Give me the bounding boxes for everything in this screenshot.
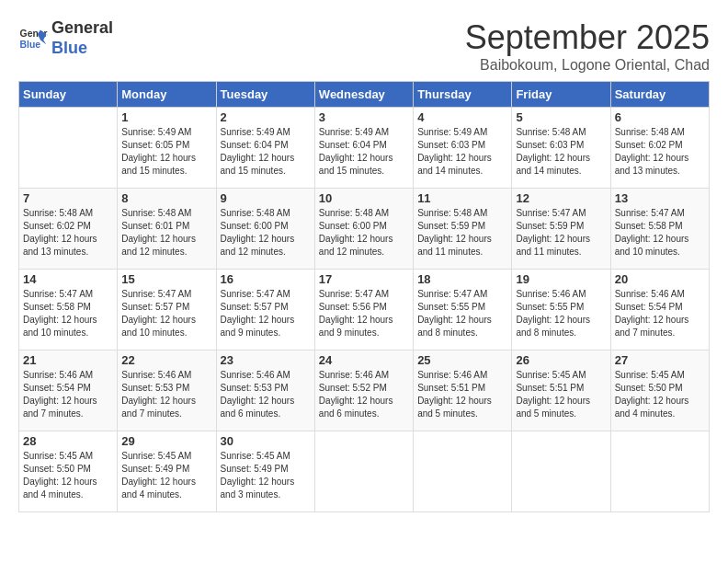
calendar-cell: 6Sunrise: 5:48 AM Sunset: 6:02 PM Daylig… <box>610 108 709 189</box>
calendar-cell: 8Sunrise: 5:48 AM Sunset: 6:01 PM Daylig… <box>118 189 216 270</box>
svg-text:Blue: Blue <box>20 39 41 49</box>
day-number: 2 <box>221 110 311 124</box>
calendar-day-header: Wednesday <box>314 82 413 108</box>
day-number: 15 <box>121 272 211 286</box>
calendar-cell: 28Sunrise: 5:45 AM Sunset: 5:50 PM Dayli… <box>19 431 118 512</box>
calendar-cell: 26Sunrise: 5:45 AM Sunset: 5:51 PM Dayli… <box>512 350 610 431</box>
cell-content: Sunrise: 5:49 AM Sunset: 6:03 PM Dayligh… <box>417 126 507 178</box>
cell-content: Sunrise: 5:49 AM Sunset: 6:05 PM Dayligh… <box>121 126 211 178</box>
day-number: 18 <box>417 272 507 286</box>
calendar-cell: 7Sunrise: 5:48 AM Sunset: 6:02 PM Daylig… <box>19 189 118 270</box>
cell-content: Sunrise: 5:48 AM Sunset: 6:03 PM Dayligh… <box>516 126 606 178</box>
calendar-cell: 29Sunrise: 5:45 AM Sunset: 5:49 PM Dayli… <box>118 431 216 512</box>
day-number: 22 <box>121 353 211 367</box>
day-number: 8 <box>121 191 211 205</box>
cell-content: Sunrise: 5:46 AM Sunset: 5:52 PM Dayligh… <box>319 369 409 420</box>
day-number: 1 <box>121 110 211 124</box>
day-number: 30 <box>221 434 311 448</box>
day-number: 5 <box>516 110 606 124</box>
cell-content: Sunrise: 5:47 AM Sunset: 5:57 PM Dayligh… <box>121 288 211 339</box>
calendar-cell: 27Sunrise: 5:45 AM Sunset: 5:50 PM Dayli… <box>610 350 709 431</box>
day-number: 16 <box>221 272 311 286</box>
day-number: 12 <box>516 191 606 205</box>
cell-content: Sunrise: 5:47 AM Sunset: 5:57 PM Dayligh… <box>221 288 311 339</box>
calendar-table: SundayMondayTuesdayWednesdayThursdayFrid… <box>18 81 710 512</box>
cell-content: Sunrise: 5:46 AM Sunset: 5:55 PM Dayligh… <box>516 288 606 339</box>
cell-content: Sunrise: 5:47 AM Sunset: 5:55 PM Dayligh… <box>417 288 507 339</box>
logo-text: General Blue <box>51 18 113 58</box>
calendar-cell: 17Sunrise: 5:47 AM Sunset: 5:56 PM Dayli… <box>314 270 413 350</box>
cell-content: Sunrise: 5:48 AM Sunset: 6:00 PM Dayligh… <box>319 207 409 259</box>
day-number: 3 <box>319 110 409 124</box>
day-number: 14 <box>23 272 113 286</box>
calendar-cell <box>512 431 610 512</box>
calendar-cell: 2Sunrise: 5:49 AM Sunset: 6:04 PM Daylig… <box>216 108 314 189</box>
day-number: 20 <box>615 272 705 286</box>
page-header: General Blue General Blue September 2025… <box>18 18 710 74</box>
cell-content: Sunrise: 5:49 AM Sunset: 6:04 PM Dayligh… <box>221 126 311 178</box>
day-number: 23 <box>221 353 311 367</box>
calendar-cell: 19Sunrise: 5:46 AM Sunset: 5:55 PM Dayli… <box>512 270 610 350</box>
calendar-week-row: 28Sunrise: 5:45 AM Sunset: 5:50 PM Dayli… <box>19 431 710 512</box>
cell-content: Sunrise: 5:46 AM Sunset: 5:53 PM Dayligh… <box>221 369 311 420</box>
calendar-cell: 5Sunrise: 5:48 AM Sunset: 6:03 PM Daylig… <box>512 108 610 189</box>
calendar-cell: 13Sunrise: 5:47 AM Sunset: 5:58 PM Dayli… <box>610 189 709 270</box>
day-number: 25 <box>417 353 507 367</box>
calendar-cell: 18Sunrise: 5:47 AM Sunset: 5:55 PM Dayli… <box>414 270 512 350</box>
cell-content: Sunrise: 5:46 AM Sunset: 5:53 PM Dayligh… <box>121 369 211 420</box>
calendar-cell <box>414 431 512 512</box>
calendar-cell: 4Sunrise: 5:49 AM Sunset: 6:03 PM Daylig… <box>414 108 512 189</box>
cell-content: Sunrise: 5:47 AM Sunset: 5:56 PM Dayligh… <box>319 288 409 339</box>
calendar-week-row: 7Sunrise: 5:48 AM Sunset: 6:02 PM Daylig… <box>19 189 710 270</box>
day-number: 4 <box>417 110 507 124</box>
calendar-week-row: 14Sunrise: 5:47 AM Sunset: 5:58 PM Dayli… <box>19 270 710 350</box>
calendar-cell: 10Sunrise: 5:48 AM Sunset: 6:00 PM Dayli… <box>314 189 413 270</box>
calendar-cell <box>610 431 709 512</box>
day-number: 13 <box>615 191 705 205</box>
calendar-cell <box>19 108 118 189</box>
day-number: 9 <box>221 191 311 205</box>
cell-content: Sunrise: 5:45 AM Sunset: 5:51 PM Dayligh… <box>516 369 606 420</box>
month-title: September 2025 <box>465 18 710 57</box>
day-number: 6 <box>615 110 705 124</box>
day-number: 11 <box>417 191 507 205</box>
calendar-week-row: 21Sunrise: 5:46 AM Sunset: 5:54 PM Dayli… <box>19 350 710 431</box>
day-number: 10 <box>319 191 409 205</box>
logo-icon: General Blue <box>18 24 48 53</box>
calendar-body: 1Sunrise: 5:49 AM Sunset: 6:05 PM Daylig… <box>19 108 710 512</box>
cell-content: Sunrise: 5:45 AM Sunset: 5:49 PM Dayligh… <box>221 450 311 501</box>
day-number: 27 <box>615 353 705 367</box>
calendar-cell: 30Sunrise: 5:45 AM Sunset: 5:49 PM Dayli… <box>216 431 314 512</box>
calendar-week-row: 1Sunrise: 5:49 AM Sunset: 6:05 PM Daylig… <box>19 108 710 189</box>
calendar-day-header: Monday <box>118 82 216 108</box>
cell-content: Sunrise: 5:48 AM Sunset: 6:01 PM Dayligh… <box>121 207 211 259</box>
day-number: 19 <box>516 272 606 286</box>
calendar-cell: 11Sunrise: 5:48 AM Sunset: 5:59 PM Dayli… <box>414 189 512 270</box>
calendar-header-row: SundayMondayTuesdayWednesdayThursdayFrid… <box>19 82 710 108</box>
day-number: 21 <box>23 353 113 367</box>
cell-content: Sunrise: 5:45 AM Sunset: 5:50 PM Dayligh… <box>23 450 113 501</box>
calendar-cell: 24Sunrise: 5:46 AM Sunset: 5:52 PM Dayli… <box>314 350 413 431</box>
day-number: 17 <box>319 272 409 286</box>
day-number: 24 <box>319 353 409 367</box>
day-number: 29 <box>121 434 211 448</box>
calendar-day-header: Tuesday <box>216 82 314 108</box>
calendar-cell: 14Sunrise: 5:47 AM Sunset: 5:58 PM Dayli… <box>19 270 118 350</box>
cell-content: Sunrise: 5:48 AM Sunset: 6:00 PM Dayligh… <box>221 207 311 259</box>
cell-content: Sunrise: 5:45 AM Sunset: 5:50 PM Dayligh… <box>615 369 705 420</box>
calendar-day-header: Saturday <box>610 82 709 108</box>
calendar-cell: 23Sunrise: 5:46 AM Sunset: 5:53 PM Dayli… <box>216 350 314 431</box>
calendar-cell <box>314 431 413 512</box>
cell-content: Sunrise: 5:47 AM Sunset: 5:59 PM Dayligh… <box>516 207 606 259</box>
calendar-cell: 22Sunrise: 5:46 AM Sunset: 5:53 PM Dayli… <box>118 350 216 431</box>
cell-content: Sunrise: 5:46 AM Sunset: 5:54 PM Dayligh… <box>615 288 705 339</box>
calendar-cell: 16Sunrise: 5:47 AM Sunset: 5:57 PM Dayli… <box>216 270 314 350</box>
calendar-cell: 3Sunrise: 5:49 AM Sunset: 6:04 PM Daylig… <box>314 108 413 189</box>
calendar-cell: 15Sunrise: 5:47 AM Sunset: 5:57 PM Dayli… <box>118 270 216 350</box>
day-number: 28 <box>23 434 113 448</box>
calendar-cell: 9Sunrise: 5:48 AM Sunset: 6:00 PM Daylig… <box>216 189 314 270</box>
location-title: Baibokoum, Logone Oriental, Chad <box>465 57 710 74</box>
cell-content: Sunrise: 5:47 AM Sunset: 5:58 PM Dayligh… <box>23 288 113 339</box>
cell-content: Sunrise: 5:48 AM Sunset: 5:59 PM Dayligh… <box>417 207 507 259</box>
calendar-cell: 12Sunrise: 5:47 AM Sunset: 5:59 PM Dayli… <box>512 189 610 270</box>
